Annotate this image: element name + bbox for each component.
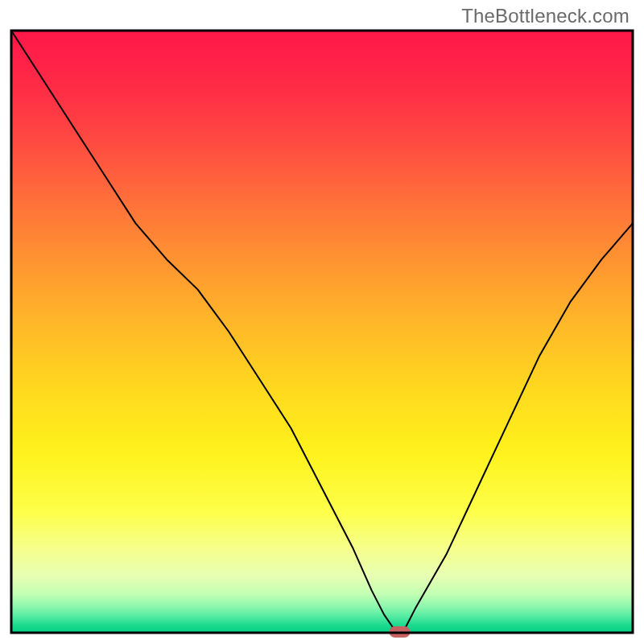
gradient-background [11,31,633,633]
chart-container: TheBottleneck.com [0,0,644,644]
bottleneck-chart [0,0,644,644]
attribution-text: TheBottleneck.com [461,5,630,27]
